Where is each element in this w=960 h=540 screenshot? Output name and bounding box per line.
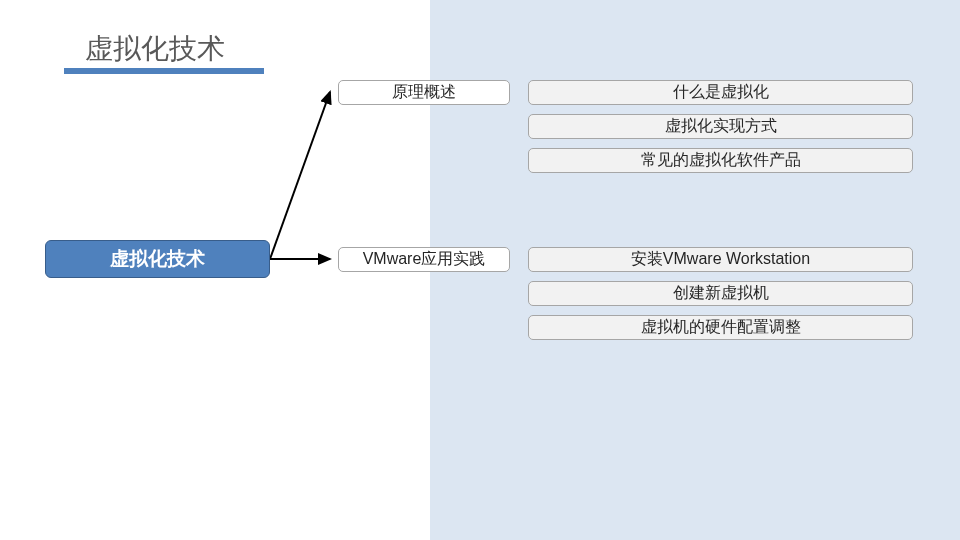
root-node: 虚拟化技术 bbox=[45, 240, 270, 278]
leaf-node-0-1: 虚拟化实现方式 bbox=[528, 114, 913, 139]
slide-title: 虚拟化技术 bbox=[85, 30, 225, 68]
leaf-node-0-2: 常见的虚拟化软件产品 bbox=[528, 148, 913, 173]
svg-line-1 bbox=[270, 92, 330, 259]
branch-node-0: 原理概述 bbox=[338, 80, 510, 105]
branch-node-1: VMware应用实践 bbox=[338, 247, 510, 272]
leaf-node-1-2: 虚拟机的硬件配置调整 bbox=[528, 315, 913, 340]
title-underline bbox=[64, 68, 264, 74]
leaf-node-1-0: 安装VMware Workstation bbox=[528, 247, 913, 272]
leaf-node-1-1: 创建新虚拟机 bbox=[528, 281, 913, 306]
leaf-node-0-0: 什么是虚拟化 bbox=[528, 80, 913, 105]
